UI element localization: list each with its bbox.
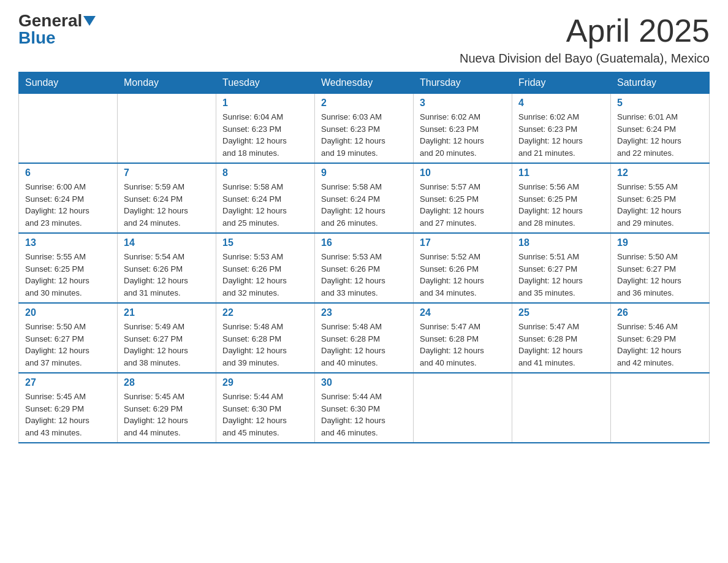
calendar-header-thursday: Thursday	[414, 72, 512, 94]
day-number: 22	[222, 307, 308, 318]
logo-blue-text: Blue	[18, 29, 56, 47]
calendar-cell: 26Sunrise: 5:46 AMSunset: 6:29 PMDayligh…	[611, 303, 710, 373]
day-number: 23	[321, 307, 407, 318]
logo: General Blue	[18, 12, 96, 47]
calendar-header-wednesday: Wednesday	[315, 72, 414, 94]
calendar-cell	[512, 373, 611, 443]
day-info: Sunrise: 5:50 AMSunset: 6:27 PMDaylight:…	[25, 321, 111, 369]
day-number: 26	[617, 307, 703, 318]
day-number: 1	[222, 98, 308, 109]
day-info: Sunrise: 5:45 AMSunset: 6:29 PMDaylight:…	[124, 391, 210, 439]
day-number: 8	[222, 167, 308, 178]
day-info: Sunrise: 5:58 AMSunset: 6:24 PMDaylight:…	[321, 181, 407, 229]
day-number: 10	[420, 167, 506, 178]
day-number: 12	[617, 167, 703, 178]
calendar-cell: 15Sunrise: 5:53 AMSunset: 6:26 PMDayligh…	[216, 233, 315, 303]
calendar-header-sunday: Sunday	[19, 72, 118, 94]
calendar-header-friday: Friday	[512, 72, 611, 94]
calendar-cell: 30Sunrise: 5:44 AMSunset: 6:30 PMDayligh…	[315, 373, 414, 443]
day-info: Sunrise: 5:47 AMSunset: 6:28 PMDaylight:…	[518, 321, 604, 369]
day-number: 17	[420, 237, 506, 248]
day-info: Sunrise: 5:48 AMSunset: 6:28 PMDaylight:…	[321, 321, 407, 369]
day-info: Sunrise: 5:44 AMSunset: 6:30 PMDaylight:…	[321, 391, 407, 439]
week-row-3: 13Sunrise: 5:55 AMSunset: 6:25 PMDayligh…	[19, 233, 710, 303]
day-info: Sunrise: 5:58 AMSunset: 6:24 PMDaylight:…	[222, 181, 308, 229]
calendar-cell: 25Sunrise: 5:47 AMSunset: 6:28 PMDayligh…	[512, 303, 611, 373]
calendar-cell	[414, 373, 512, 443]
day-info: Sunrise: 5:51 AMSunset: 6:27 PMDaylight:…	[518, 251, 604, 299]
calendar-cell: 29Sunrise: 5:44 AMSunset: 6:30 PMDayligh…	[216, 373, 315, 443]
day-number: 16	[321, 237, 407, 248]
day-number: 4	[518, 98, 604, 109]
day-info: Sunrise: 5:45 AMSunset: 6:29 PMDaylight:…	[25, 391, 111, 439]
day-number: 9	[321, 167, 407, 178]
calendar-cell: 1Sunrise: 6:04 AMSunset: 6:23 PMDaylight…	[216, 94, 315, 164]
day-info: Sunrise: 5:55 AMSunset: 6:25 PMDaylight:…	[25, 251, 111, 299]
calendar-cell: 18Sunrise: 5:51 AMSunset: 6:27 PMDayligh…	[512, 233, 611, 303]
calendar-cell: 8Sunrise: 5:58 AMSunset: 6:24 PMDaylight…	[216, 163, 315, 233]
day-number: 25	[518, 307, 604, 318]
calendar-cell: 22Sunrise: 5:48 AMSunset: 6:28 PMDayligh…	[216, 303, 315, 373]
day-number: 6	[25, 167, 111, 178]
calendar-cell: 4Sunrise: 6:02 AMSunset: 6:23 PMDaylight…	[512, 94, 611, 164]
calendar-cell	[118, 94, 216, 164]
day-info: Sunrise: 5:55 AMSunset: 6:25 PMDaylight:…	[617, 181, 703, 229]
calendar-header-tuesday: Tuesday	[216, 72, 315, 94]
day-number: 5	[617, 98, 703, 109]
day-info: Sunrise: 5:59 AMSunset: 6:24 PMDaylight:…	[124, 181, 210, 229]
calendar-cell: 9Sunrise: 5:58 AMSunset: 6:24 PMDaylight…	[315, 163, 414, 233]
day-info: Sunrise: 5:56 AMSunset: 6:25 PMDaylight:…	[518, 181, 604, 229]
day-number: 14	[124, 237, 210, 248]
calendar-cell: 28Sunrise: 5:45 AMSunset: 6:29 PMDayligh…	[118, 373, 216, 443]
day-info: Sunrise: 6:02 AMSunset: 6:23 PMDaylight:…	[420, 111, 506, 159]
calendar-cell: 24Sunrise: 5:47 AMSunset: 6:28 PMDayligh…	[414, 303, 512, 373]
week-row-1: 1Sunrise: 6:04 AMSunset: 6:23 PMDaylight…	[19, 94, 710, 164]
calendar-cell: 19Sunrise: 5:50 AMSunset: 6:27 PMDayligh…	[611, 233, 710, 303]
day-info: Sunrise: 6:03 AMSunset: 6:23 PMDaylight:…	[321, 111, 407, 159]
calendar-cell: 14Sunrise: 5:54 AMSunset: 6:26 PMDayligh…	[118, 233, 216, 303]
day-info: Sunrise: 5:44 AMSunset: 6:30 PMDaylight:…	[222, 391, 308, 439]
day-number: 24	[420, 307, 506, 318]
day-number: 3	[420, 98, 506, 109]
day-number: 7	[124, 167, 210, 178]
day-number: 29	[222, 377, 308, 388]
day-info: Sunrise: 5:54 AMSunset: 6:26 PMDaylight:…	[124, 251, 210, 299]
calendar-cell: 13Sunrise: 5:55 AMSunset: 6:25 PMDayligh…	[19, 233, 118, 303]
day-number: 15	[222, 237, 308, 248]
day-number: 19	[617, 237, 703, 248]
title-area: April 2025 Nueva Division del Bayo (Guat…	[460, 12, 710, 66]
calendar-cell: 12Sunrise: 5:55 AMSunset: 6:25 PMDayligh…	[611, 163, 710, 233]
logo-triangle-icon	[83, 16, 96, 26]
day-number: 28	[124, 377, 210, 388]
day-info: Sunrise: 5:49 AMSunset: 6:27 PMDaylight:…	[124, 321, 210, 369]
calendar-cell: 7Sunrise: 5:59 AMSunset: 6:24 PMDaylight…	[118, 163, 216, 233]
day-info: Sunrise: 6:02 AMSunset: 6:23 PMDaylight:…	[518, 111, 604, 159]
calendar-cell	[611, 373, 710, 443]
day-number: 27	[25, 377, 111, 388]
day-info: Sunrise: 5:50 AMSunset: 6:27 PMDaylight:…	[617, 251, 703, 299]
calendar-cell: 3Sunrise: 6:02 AMSunset: 6:23 PMDaylight…	[414, 94, 512, 164]
month-title: April 2025	[460, 12, 710, 49]
day-info: Sunrise: 5:48 AMSunset: 6:28 PMDaylight:…	[222, 321, 308, 369]
calendar-cell: 6Sunrise: 6:00 AMSunset: 6:24 PMDaylight…	[19, 163, 118, 233]
day-number: 13	[25, 237, 111, 248]
day-info: Sunrise: 6:00 AMSunset: 6:24 PMDaylight:…	[25, 181, 111, 229]
day-number: 18	[518, 237, 604, 248]
day-number: 2	[321, 98, 407, 109]
day-info: Sunrise: 6:04 AMSunset: 6:23 PMDaylight:…	[222, 111, 308, 159]
location-subtitle: Nueva Division del Bayo (Guatemala), Mex…	[460, 52, 710, 66]
calendar-cell: 20Sunrise: 5:50 AMSunset: 6:27 PMDayligh…	[19, 303, 118, 373]
calendar-cell: 5Sunrise: 6:01 AMSunset: 6:24 PMDaylight…	[611, 94, 710, 164]
week-row-5: 27Sunrise: 5:45 AMSunset: 6:29 PMDayligh…	[19, 373, 710, 443]
day-number: 11	[518, 167, 604, 178]
calendar-cell	[19, 94, 118, 164]
day-info: Sunrise: 6:01 AMSunset: 6:24 PMDaylight:…	[617, 111, 703, 159]
calendar-cell: 17Sunrise: 5:52 AMSunset: 6:26 PMDayligh…	[414, 233, 512, 303]
day-info: Sunrise: 5:47 AMSunset: 6:28 PMDaylight:…	[420, 321, 506, 369]
day-info: Sunrise: 5:53 AMSunset: 6:26 PMDaylight:…	[321, 251, 407, 299]
week-row-2: 6Sunrise: 6:00 AMSunset: 6:24 PMDaylight…	[19, 163, 710, 233]
day-number: 21	[124, 307, 210, 318]
calendar-table: SundayMondayTuesdayWednesdayThursdayFrid…	[18, 72, 710, 443]
calendar-cell: 27Sunrise: 5:45 AMSunset: 6:29 PMDayligh…	[19, 373, 118, 443]
page-header: General Blue April 2025 Nueva Division d…	[18, 12, 710, 66]
